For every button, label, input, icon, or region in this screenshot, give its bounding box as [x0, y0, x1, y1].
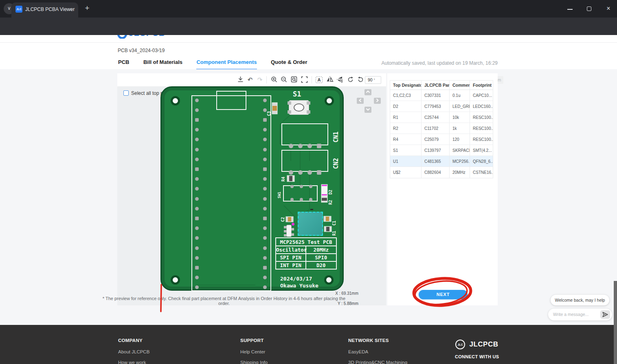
footer-column: SUPPORTHelp CenterShipping Info [240, 338, 268, 364]
through-hole-pad [263, 108, 267, 112]
footer-link[interactable]: About JLCPCB [118, 349, 149, 354]
rotate-cw-icon[interactable] [356, 76, 364, 83]
footer-link[interactable]: 3D Printing&CNC Machining [348, 360, 407, 364]
cursor-y-coordinate: Y : 5.88mm [326, 301, 358, 306]
footer-link[interactable]: EasyEDA [348, 349, 407, 354]
table-cell: CAPC10... [470, 90, 493, 101]
zoom-in-icon[interactable] [270, 76, 278, 83]
footer-link[interactable]: How we work [118, 360, 149, 364]
c2-label: C2 [281, 217, 285, 222]
table-row[interactable]: R1C2574410kRESC100... [390, 112, 493, 123]
table-row[interactable]: C1,C2,C3C3073310.1uCAPC10... [390, 90, 493, 101]
close-icon: × [606, 5, 610, 12]
zoom-out-icon[interactable] [280, 76, 288, 83]
u1-pin1-mark [310, 209, 313, 210]
c1-label: C1 [332, 221, 336, 226]
footer-link[interactable]: Shipping Info [240, 360, 268, 364]
tab-close-icon[interactable]: × [67, 5, 75, 13]
edit-pencil-icon[interactable]: ✎ [157, 47, 161, 53]
mirror-horizontal-icon[interactable] [326, 76, 334, 83]
window-close-button[interactable]: × [604, 4, 613, 14]
through-hole-pad [195, 148, 199, 151]
chat-message-input[interactable] [553, 309, 596, 320]
rotation-angle-input[interactable]: 90 ° [365, 76, 381, 84]
through-hole-pad [263, 118, 267, 122]
through-hole-pad [290, 185, 294, 188]
footer-heading: COMPANY [118, 338, 149, 343]
jlcpcb-logo-icon: JLC [455, 340, 465, 349]
new-tab-button[interactable]: + [82, 3, 92, 13]
zoom-window-icon[interactable] [290, 76, 298, 83]
r1-resistor[interactable] [325, 227, 331, 231]
c1-capacitor[interactable] [324, 217, 331, 221]
toolbar-divider [266, 76, 267, 83]
column-header: Top Designator [390, 81, 422, 90]
column-header: Comment [450, 81, 470, 90]
table-row[interactable]: R4C25079120RESC100... [390, 134, 493, 145]
table-row[interactable]: U$2C88260420MHzCSTNE16... [390, 167, 493, 178]
chat-send-button[interactable] [600, 310, 610, 319]
through-hole-pad [195, 187, 199, 191]
table-cell: SMT(4.2... [470, 145, 493, 156]
c3-capacitor[interactable] [272, 103, 277, 114]
window-maximize-button[interactable] [584, 4, 594, 14]
connect-with-us-label: CONNECT WITH US [455, 354, 499, 359]
r2-resistor[interactable] [322, 196, 327, 202]
nudge-up-button[interactable] [364, 89, 371, 95]
table-cell: 120 [450, 134, 470, 145]
rotate-ccw-icon[interactable] [346, 76, 354, 83]
through-hole-pad [263, 167, 267, 171]
logo-text: JLCPCB [129, 35, 165, 38]
select-area-icon[interactable]: A [316, 77, 323, 83]
undo-icon[interactable]: ↶ [246, 76, 254, 83]
browser-toolbar: ← → ↻ cart.jlcpcb.com/smt-order/?pcbFile… [0, 18, 617, 35]
nudge-right-button[interactable] [374, 98, 381, 104]
table-row[interactable]: R2C117021kRESC100... [390, 123, 493, 134]
transistor-leg [284, 226, 287, 228]
table-row[interactable]: S1C139797SKRPACE...SMT(4.2... [390, 145, 493, 156]
tab-component-placements[interactable]: Component Placements [196, 59, 257, 70]
tab-quote-and-order[interactable]: Quote & Order [271, 59, 307, 69]
chevron-down-icon: ∨ [7, 5, 11, 11]
through-hole-pad [263, 266, 267, 270]
tab-pcb[interactable]: PCB [118, 59, 129, 69]
site-logo[interactable]: JLCPCB [117, 35, 178, 39]
through-hole-pad [263, 138, 267, 141]
nudge-left-button[interactable] [357, 98, 364, 104]
through-hole-pad [195, 158, 199, 161]
column-header: Footprint [470, 81, 493, 90]
chat-input-container [548, 309, 612, 320]
download-icon[interactable] [236, 76, 244, 83]
maximize-icon [587, 7, 591, 11]
through-hole-pad [290, 198, 294, 201]
table-row[interactable]: D2C779453LED_GRE...LEDC160... [390, 101, 493, 112]
next-button[interactable]: NEXT [419, 290, 468, 299]
d2-led[interactable] [322, 185, 327, 195]
mirror-vertical-icon[interactable] [336, 76, 344, 83]
page-scrollbar-thumb[interactable] [614, 281, 617, 364]
r4-resistor[interactable] [288, 176, 294, 181]
mounting-hole [171, 275, 180, 285]
table-row[interactable]: U1C481365MCP256...QFN28_6... [390, 156, 493, 167]
fit-screen-icon[interactable] [300, 76, 308, 83]
through-hole-pad [195, 99, 199, 102]
browser-tab[interactable]: JLC JLCPCB PCBA Viewer × [11, 2, 78, 18]
switch-leg [288, 110, 291, 114]
through-hole-pad [195, 256, 199, 260]
tab-bill-of-materials[interactable]: Bill of Materials [143, 59, 182, 69]
cn2-label: CN2 [332, 158, 340, 169]
c2-capacitor[interactable] [286, 217, 293, 221]
through-hole-pad [263, 148, 267, 151]
jlcpcb-logo-text: JLCPCB [469, 340, 498, 349]
through-hole-pad [195, 108, 199, 112]
pcb-board[interactable]: S1 C3 CN1 CN2 R4 SW1 D2 R2 C2 [160, 86, 344, 291]
d2-label: D2 [328, 190, 333, 195]
s1-switch-component[interactable] [289, 100, 309, 115]
nudge-down-button[interactable] [364, 107, 371, 113]
window-minimize-button[interactable] [565, 4, 575, 14]
through-hole-pad [195, 226, 199, 230]
footer-link[interactable]: Help Center [240, 349, 268, 354]
checkbox[interactable] [123, 90, 129, 96]
silkscreen-table: MCP25625 Test PCB Oscillator20MHzSPI PIN… [275, 237, 337, 270]
u1-selected-component[interactable] [298, 212, 323, 236]
